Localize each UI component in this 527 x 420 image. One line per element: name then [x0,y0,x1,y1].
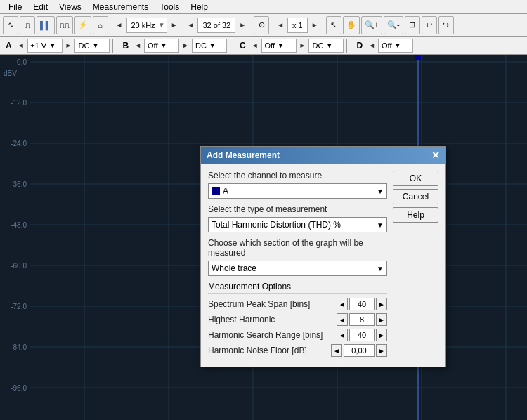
row-3-value: 0,00 [344,344,375,357]
freq-right-arrow[interactable]: ► [169,21,180,29]
channel-d-left[interactable]: ◄ [367,41,377,49]
menu-help[interactable]: Help [185,1,214,13]
save-btn[interactable]: ⌂ [93,16,108,34]
nav-btn[interactable]: ⊙ [254,16,269,34]
row-1-decrement[interactable]: ◄ [337,313,348,326]
channel-color-box [212,187,220,195]
row-1-increment[interactable]: ► [376,313,387,326]
wave-btn-1[interactable]: ∿ [3,16,18,34]
zoom-value: x 1 [289,21,306,29]
channel-b-left[interactable]: ◄ [133,41,143,49]
row-2-spinner: ◄ 40 ► [337,329,387,341]
freq-value: 20 kHz [129,21,158,29]
type-dropdown[interactable]: Total Harmonic Distortion (THD) % ▼ [208,217,387,232]
menu-views[interactable]: Views [53,1,87,13]
redo-btn[interactable]: ↪ [438,16,454,34]
wave-btn-4[interactable]: ⎍⎍ [56,16,73,34]
type-section-label: Select the type of measurement [208,204,387,214]
count-right-arrow[interactable]: ► [237,21,248,29]
row-2-value: 40 [349,329,375,341]
row-2-label: Harmonic Search Range [bins] [208,330,337,340]
wave-btn-3[interactable]: ▌▌ [37,16,55,34]
menubar: File Edit Views Measurements Tools Help [0,0,527,14]
zoom-left-arrow[interactable]: ◄ [275,21,286,29]
row-0-label: Spectrum Peak Span [bins] [208,299,337,309]
channelbar: A ◄ ±1 V▼ ► DC▼ B ◄ Off▼ ► DC▼ C ◄ Off▼ … [0,37,527,55]
menu-measurements[interactable]: Measurements [87,1,154,13]
row-2-decrement[interactable]: ◄ [337,329,348,341]
channel-d-range[interactable]: Off▼ [378,39,413,53]
channel-c-label: C [237,41,249,51]
measurement-row-2: Harmonic Search Range [bins] ◄ 40 ► [208,329,387,341]
freq-group: 20 kHz ▼ [126,18,167,33]
channel-c-left[interactable]: ◄ [250,41,260,49]
undo-btn[interactable]: ↩ [422,16,437,34]
section-section-label: Choose which section of the graph will b… [208,238,387,258]
gen-btn[interactable]: ⚡ [74,16,91,34]
channel-c-coupling[interactable]: DC▼ [308,39,344,53]
row-3-spinner: ◄ 0,00 ► [331,344,387,357]
channel-b-right[interactable]: ► [181,41,190,49]
graph-area: 0,0 -12,0 -24,0 -36,0 -48,0 -60,0 -72,0 … [0,55,527,420]
row-0-increment[interactable]: ► [376,298,387,310]
hand-btn[interactable]: ✋ [343,16,360,34]
dialog-buttons: OK Cancel Help [393,171,438,360]
type-dropdown-arrow: ▼ [377,221,384,229]
row-3-label: Harmonic Noise Floor [dB] [208,346,331,355]
ok-button[interactable]: OK [393,171,438,186]
channel-dropdown-value: A [223,186,228,196]
channel-b-range[interactable]: Off▼ [144,39,179,53]
section-dropdown-arrow: ▼ [377,265,384,273]
menu-edit[interactable]: Edit [27,1,53,13]
menu-file[interactable]: File [3,1,27,13]
zoom-fit-btn[interactable]: ⊞ [405,16,420,34]
wave-btn-2[interactable]: ⎍ [20,16,35,34]
measurement-row-3: Harmonic Noise Floor [dB] ◄ 0,00 ► [208,344,387,357]
dialog-titlebar: Add Measurement ✕ [201,147,445,164]
freq-left-arrow[interactable]: ◄ [114,21,125,29]
channel-a-coupling[interactable]: DC▼ [74,39,110,53]
channel-section-label: Select the channel to measure [208,171,387,181]
dialog-body: Select the channel to measure A ▼ Select… [201,164,445,367]
measurement-row-0: Spectrum Peak Span [bins] ◄ 40 ► [208,298,387,310]
section-dropdown-value: Whole trace [212,263,256,273]
channel-dropdown-arrow: ▼ [377,188,384,195]
measurement-row-1: Highest Harmonic ◄ 8 ► [208,313,387,326]
add-measurement-dialog: Add Measurement ✕ Select the channel to … [200,146,446,367]
count-group: 32 of 32 [197,18,235,33]
row-1-spinner: ◄ 8 ► [337,313,387,326]
row-1-label: Highest Harmonic [208,315,337,324]
channel-d-label: D [353,41,365,51]
menu-tools[interactable]: Tools [154,1,185,13]
channel-a-label: A [3,41,15,51]
zoom-out-btn[interactable]: 🔍- [384,16,403,34]
channel-a-range[interactable]: ±1 V▼ [27,39,63,53]
help-button[interactable]: Help [393,207,438,223]
zoom-right-arrow[interactable]: ► [309,21,320,29]
toolbar: ∿ ⎍ ▌▌ ⎍⎍ ⚡ ⌂ ◄ 20 kHz ▼ ► ◄ 32 of 32 ► … [0,14,527,37]
zoom-in-btn[interactable]: 🔍+ [361,16,382,34]
dialog-title: Add Measurement [207,150,280,160]
count-left-arrow[interactable]: ◄ [186,21,197,29]
row-3-increment[interactable]: ► [376,344,387,357]
measurement-options-header: Measurement Options [208,282,387,294]
row-0-decrement[interactable]: ◄ [337,298,348,310]
row-1-value: 8 [349,313,375,326]
channel-a-left[interactable]: ◄ [16,41,26,49]
cursor-btn[interactable]: ↖ [326,16,341,34]
channel-b-label: B [119,41,131,51]
section-dropdown[interactable]: Whole trace ▼ [208,261,387,276]
row-0-value: 40 [349,298,375,310]
channel-dropdown[interactable]: A ▼ [208,183,387,199]
count-value: 32 of 32 [200,21,233,29]
channel-a-right[interactable]: ► [64,41,74,49]
modal-overlay: Add Measurement ✕ Select the channel to … [0,55,527,420]
row-2-increment[interactable]: ► [376,329,387,341]
row-3-decrement[interactable]: ◄ [331,344,342,357]
cancel-button[interactable]: Cancel [393,189,438,204]
channel-c-right[interactable]: ► [298,41,308,49]
dialog-close-button[interactable]: ✕ [431,150,440,161]
channel-c-range[interactable]: Off▼ [261,39,297,53]
type-dropdown-value: Total Harmonic Distortion (THD) % [212,220,341,230]
channel-b-coupling[interactable]: DC▼ [192,39,227,53]
